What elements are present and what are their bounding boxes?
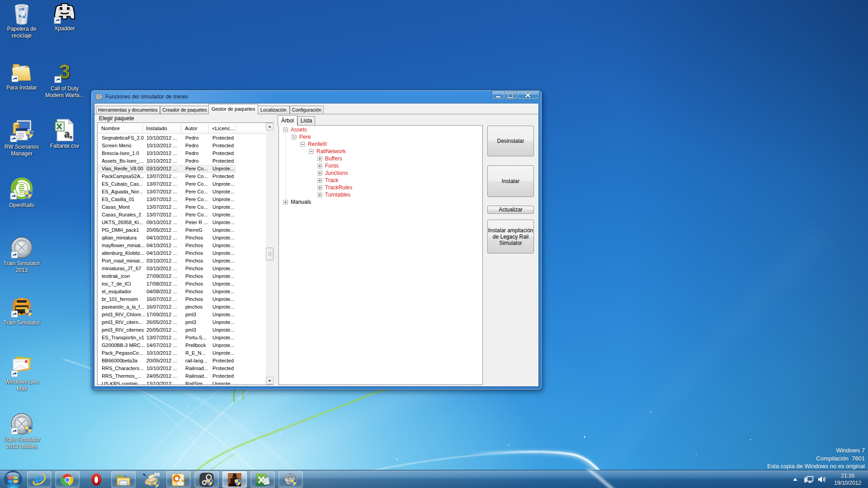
svg-text:a,: a, <box>64 127 72 140</box>
svg-text:99: 99 <box>154 472 160 477</box>
